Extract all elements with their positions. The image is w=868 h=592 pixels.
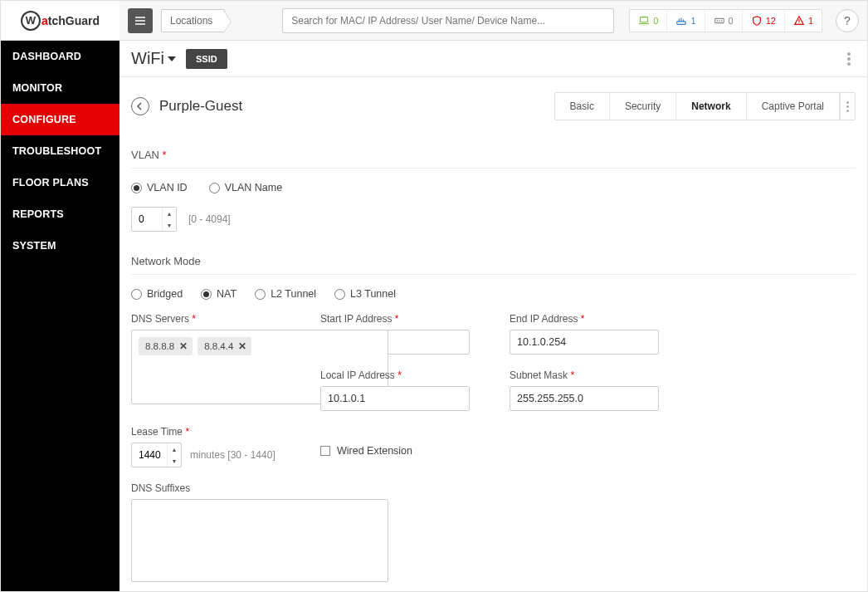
- dns-suffixes-label: DNS Suffixes: [131, 482, 305, 494]
- dns-servers-label: DNS Servers *: [131, 313, 305, 325]
- dns-tag: 8.8.8.8 ✕: [139, 337, 193, 355]
- subnet-mask-input[interactable]: [510, 386, 659, 411]
- end-ip-input[interactable]: [510, 330, 659, 355]
- breadcrumb-label: Locations: [170, 15, 212, 27]
- vlan-name-radio[interactable]: VLAN Name: [209, 182, 282, 193]
- breadcrumb[interactable]: Locations: [161, 9, 225, 32]
- tabs-more-button[interactable]: [840, 93, 855, 120]
- page-title: Purple-Guest: [159, 98, 242, 115]
- tab-captive-portal[interactable]: Captive Portal: [747, 93, 840, 120]
- network-mode-bridged-radio[interactable]: Bridged: [131, 288, 183, 300]
- network-mode-l2-tunnel-radio[interactable]: L2 Tunnel: [255, 288, 316, 300]
- lease-time-hint: minutes [30 - 1440]: [190, 449, 276, 461]
- nav-item-configure[interactable]: CONFIGURE: [1, 104, 119, 135]
- end-ip-label: End IP Address *: [510, 313, 775, 325]
- subheader-more-button[interactable]: [842, 47, 856, 71]
- nav-item-troubleshoot[interactable]: TROUBLESHOOT: [1, 135, 119, 167]
- nav-item-floor-plans[interactable]: FLOOR PLANS: [1, 167, 119, 198]
- status-shield[interactable]: 12: [743, 10, 785, 32]
- svg-point-5: [720, 20, 722, 22]
- local-ip-input[interactable]: [320, 386, 470, 411]
- lease-stepper-down[interactable]: ▼: [168, 455, 181, 467]
- status-laptop[interactable]: 0: [630, 10, 667, 32]
- svg-rect-0: [641, 17, 648, 22]
- menu-toggle-button[interactable]: [128, 8, 153, 33]
- nav-item-reports[interactable]: REPORTS: [1, 198, 119, 230]
- status-ap[interactable]: 1: [667, 10, 705, 32]
- network-mode-label: Network Mode: [131, 255, 856, 267]
- help-button[interactable]: ?: [836, 9, 859, 32]
- wired-extension-checkbox[interactable]: Wired Extension: [320, 445, 412, 457]
- subnet-mask-label: Subnet Mask *: [510, 369, 775, 381]
- svg-point-4: [719, 20, 720, 22]
- tab-security[interactable]: Security: [610, 93, 676, 120]
- svg-point-3: [716, 20, 718, 22]
- lease-stepper-up[interactable]: ▲: [168, 443, 181, 455]
- svg-rect-1: [677, 21, 686, 24]
- nav-item-monitor[interactable]: MONITOR: [1, 72, 119, 104]
- nav-item-system[interactable]: SYSTEM: [1, 230, 119, 262]
- vlan-id-input[interactable]: ▲ ▼: [131, 207, 177, 232]
- vlan-range-hint: [0 - 4094]: [188, 213, 231, 225]
- vlan-stepper-down[interactable]: ▼: [163, 219, 176, 231]
- nav-item-dashboard[interactable]: DASHBOARD: [1, 41, 119, 72]
- chevron-down-icon: [168, 56, 176, 61]
- status-cluster[interactable]: 0: [705, 10, 743, 32]
- network-mode-l3-tunnel-radio[interactable]: L3 Tunnel: [334, 288, 396, 300]
- ssid-chip: SSID: [186, 49, 227, 69]
- dns-suffixes-input[interactable]: [131, 499, 388, 582]
- local-ip-label: Local IP Address *: [320, 369, 495, 381]
- section-dropdown[interactable]: WiFi: [131, 49, 176, 68]
- vlan-id-radio[interactable]: VLAN ID: [131, 182, 188, 193]
- dns-tag: 8.8.4.4 ✕: [197, 337, 251, 355]
- vlan-stepper-up[interactable]: ▲: [163, 208, 176, 219]
- back-button[interactable]: [131, 97, 149, 115]
- brand-logo: WatchGuard: [1, 1, 119, 41]
- tab-basic[interactable]: Basic: [555, 93, 610, 120]
- lease-time-label: Lease Time *: [131, 426, 305, 438]
- search-input[interactable]: [282, 8, 614, 33]
- network-mode-nat-radio[interactable]: NAT: [201, 288, 237, 300]
- section-label: WiFi: [131, 49, 164, 68]
- tab-network[interactable]: Network: [676, 93, 746, 120]
- start-ip-label: Start IP Address *: [320, 313, 495, 325]
- lease-time-input[interactable]: ▲ ▼: [131, 443, 182, 467]
- remove-tag-icon[interactable]: ✕: [179, 340, 188, 352]
- status-warning[interactable]: 1: [785, 10, 822, 32]
- remove-tag-icon[interactable]: ✕: [238, 340, 246, 352]
- vlan-section-label: VLAN *: [131, 149, 856, 161]
